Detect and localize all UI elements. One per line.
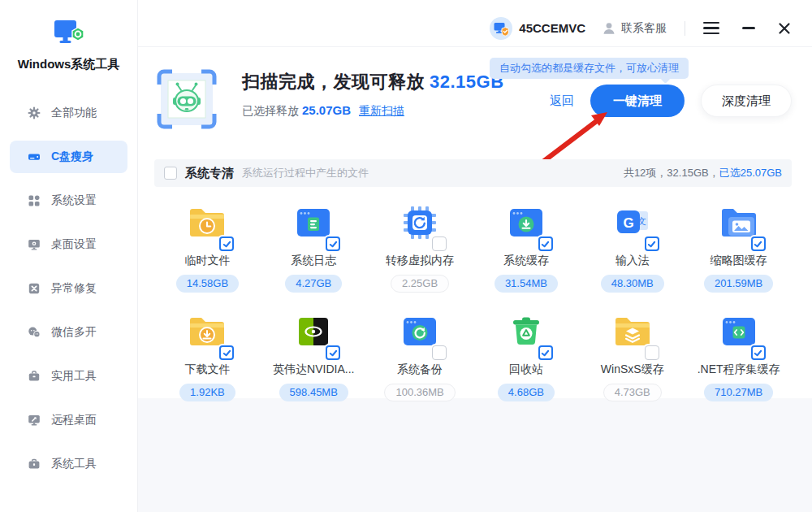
contact-support[interactable]: 联系客服: [602, 21, 667, 36]
sidebar-item-label: 系统工具: [51, 457, 97, 471]
select-all-checkbox[interactable]: [164, 167, 177, 180]
sidebar-item-icon: [28, 238, 41, 251]
section-summary: 共12项，32.15GB，已选25.07GB: [624, 166, 782, 180]
sidebar-item-icon: [28, 194, 41, 207]
sidebar-item-icon: [28, 458, 41, 471]
cleanup-item-icon: [186, 202, 228, 244]
item-checkbox[interactable]: [432, 236, 447, 251]
cleanup-item[interactable]: 英伟达NVIDIA... 598.45MB: [261, 310, 367, 400]
sidebar-item-remote[interactable]: 远程桌面: [10, 404, 127, 436]
sidebar-item-icon: [28, 326, 41, 339]
back-button[interactable]: 返回: [550, 93, 574, 109]
app-logo: Windows系统工具: [0, 0, 137, 72]
account[interactable]: 45CCEMVC: [490, 17, 585, 40]
cleanup-item[interactable]: .NET程序集缓存 710.27MB: [685, 310, 792, 400]
cleanup-item[interactable]: 系统备份 100.36MB: [367, 310, 473, 400]
sidebar-item-icon: [28, 282, 41, 295]
item-checkbox[interactable]: [326, 236, 340, 251]
person-icon: [602, 21, 616, 36]
cleanup-item-size: 710.27MB: [704, 384, 773, 401]
sidebar-item-label: C盘瘦身: [51, 150, 93, 164]
cleanup-item[interactable]: 下载文件 1.92KB: [154, 310, 261, 400]
scan-selected-size: 25.07GB: [302, 103, 351, 117]
cleanup-item-label: 输入法: [615, 254, 650, 268]
item-checkbox[interactable]: [751, 345, 766, 360]
sidebar-menu: 全部功能 C盘瘦身 系统设置 桌面设置 异常修复 微信多开 实用: [0, 97, 137, 480]
selected-size-text: 已选25.07GB: [719, 167, 782, 179]
cleanup-item-label: 临时文件: [184, 254, 230, 268]
item-checkbox[interactable]: [645, 236, 659, 251]
item-checkbox[interactable]: [326, 345, 340, 360]
deep-clean-button[interactable]: 深度清理: [701, 85, 792, 117]
sidebar-item-label: 异常修复: [51, 281, 97, 296]
cleanup-item-size: 4.73GB: [603, 384, 662, 401]
app-title: Windows系统工具: [0, 57, 137, 72]
sidebar-item-wechat[interactable]: 微信多开: [10, 316, 127, 349]
minimize-icon[interactable]: [742, 27, 755, 29]
rescan-link[interactable]: 重新扫描: [359, 104, 404, 117]
content-background: [138, 398, 812, 512]
scan-selected-line: 已选择释放25.07GB重新扫描: [242, 103, 504, 119]
cleanup-item[interactable]: WinSxS缓存 4.73GB: [579, 310, 685, 400]
sidebar-item-icon: [28, 106, 41, 119]
cleanup-item-size: 201.59MB: [704, 275, 773, 293]
titlebar: 45CCEMVC 联系客服: [138, 0, 812, 47]
auto-select-tooltip: 自动勾选的都是缓存文件，可放心清理: [490, 58, 689, 79]
cleanup-item-icon: [611, 310, 654, 353]
scan-summary: 扫描完成，发现可释放32.15GB 已选择释放25.07GB重新扫描: [242, 70, 504, 119]
section-header: 系统专清 系统运行过程中产生的文件 共12项，32.15GB，已选25.07GB: [154, 159, 792, 187]
sidebar-item-label: 微信多开: [51, 325, 97, 340]
sidebar-item-label: 系统设置: [51, 193, 97, 208]
cleanup-item-size: 100.36MB: [384, 384, 455, 401]
cleanup-item-icon: [186, 310, 228, 353]
cleanup-item-label: 缩略图缓存: [710, 254, 767, 268]
section-title: 系统专清: [185, 166, 234, 181]
item-checkbox[interactable]: [219, 236, 234, 251]
cleanup-item-icon: [718, 202, 760, 244]
cleanup-item-icon: [505, 202, 547, 244]
cleanup-item-size: 4.27GB: [285, 275, 342, 293]
sidebar-item-drive[interactable]: C盘瘦身: [10, 141, 127, 173]
cleanup-item-size: 14.58GB: [176, 275, 239, 293]
cleanup-item[interactable]: 系统缓存 31.54MB: [473, 202, 579, 291]
cleanup-item-label: 转移虚拟内存: [386, 254, 454, 268]
item-checkbox[interactable]: [538, 236, 553, 251]
window-controls: [703, 22, 791, 35]
sidebar-item-repair[interactable]: 异常修复: [10, 272, 127, 305]
sidebar-item-icon: [28, 150, 41, 163]
cleanup-item-icon: [292, 310, 335, 353]
cleanup-item[interactable]: 回收站 4.68GB: [473, 310, 579, 400]
content: 扫描完成，发现可释放32.15GB 已选择释放25.07GB重新扫描 自动勾选的…: [138, 47, 812, 512]
sidebar-item-toolbox[interactable]: 系统工具: [10, 448, 127, 480]
item-checkbox[interactable]: [538, 345, 553, 360]
account-shield-icon: [490, 17, 512, 40]
cleanup-item[interactable]: 缩略图缓存 201.59MB: [685, 202, 792, 291]
sidebar-item-desktop[interactable]: 桌面设置: [10, 228, 127, 261]
cleanup-item-label: 下载文件: [184, 362, 230, 377]
cleanup-grid: 临时文件 14.58GB 系统日志 4.27GB 转移虚拟内存 2.25GB: [154, 202, 792, 400]
cleanup-item[interactable]: 转移虚拟内存 2.25GB: [367, 202, 473, 291]
cleanup-item[interactable]: 系统日志 4.27GB: [261, 202, 367, 291]
cleanup-item[interactable]: 临时文件 14.58GB: [154, 202, 261, 291]
sidebar-item-label: 全部功能: [51, 106, 97, 120]
cleanup-item-label: .NET程序集缓存: [698, 362, 780, 377]
close-icon[interactable]: [778, 22, 791, 35]
cleanup-item-icon: [399, 310, 441, 353]
cleanup-item-label: 回收站: [509, 362, 543, 377]
sidebar-item-apps[interactable]: 系统设置: [10, 184, 127, 217]
menu-icon[interactable]: [703, 22, 719, 35]
cleanup-item-size: 2.25GB: [391, 275, 449, 293]
item-checkbox[interactable]: [432, 345, 447, 360]
sidebar-item-gear[interactable]: 全部功能: [10, 97, 127, 129]
cleanup-item[interactable]: 输入法 48.30MB: [579, 202, 685, 291]
titlebar-divider: [685, 21, 685, 36]
scan-headline: 扫描完成，发现可释放32.15GB: [242, 70, 504, 94]
sidebar-item-utility[interactable]: 实用工具: [10, 360, 127, 393]
robot-scan-icon: [154, 67, 219, 135]
item-checkbox[interactable]: [645, 345, 659, 360]
item-checkbox[interactable]: [219, 345, 234, 360]
one-click-clean-button[interactable]: 一键清理: [590, 85, 685, 117]
item-checkbox[interactable]: [751, 236, 766, 251]
cleanup-item-label: 系统备份: [397, 362, 443, 377]
sidebar-item-icon: [28, 370, 41, 383]
